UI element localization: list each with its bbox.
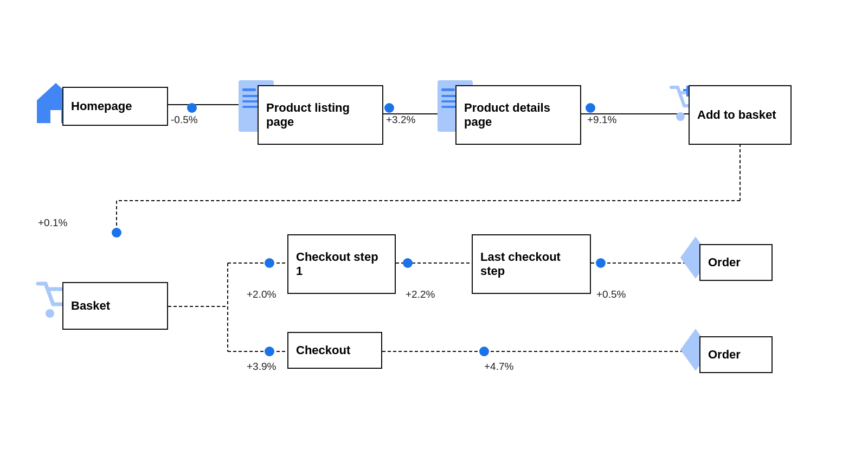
product-details-node: Product details page bbox=[455, 85, 581, 145]
pct-label-7: +0.5% bbox=[596, 289, 626, 300]
homepage-node: Homepage bbox=[62, 87, 168, 126]
order2-label: Order bbox=[708, 348, 741, 362]
product-listing-label: Product listing page bbox=[266, 101, 375, 130]
svg-rect-20 bbox=[242, 106, 259, 108]
checkout-step1-node: Checkout step 1 bbox=[287, 234, 396, 294]
product-details-label: Product details page bbox=[464, 101, 573, 130]
last-checkout-node: Last checkout step bbox=[472, 234, 591, 294]
dot-4 bbox=[112, 228, 121, 238]
dot-1 bbox=[187, 103, 197, 113]
svg-point-31 bbox=[46, 309, 54, 318]
flow-diagram: Homepage Product listing page Product de… bbox=[0, 0, 868, 474]
checkout-step1-label: Checkout step 1 bbox=[296, 250, 387, 279]
dot-8 bbox=[265, 347, 274, 356]
dot-9 bbox=[479, 347, 489, 356]
product-listing-node: Product listing page bbox=[258, 85, 383, 145]
dot-5 bbox=[265, 258, 274, 268]
homepage-label: Homepage bbox=[71, 99, 132, 113]
pct-label-8: +3.9% bbox=[247, 361, 276, 373]
order1-node: Order bbox=[699, 244, 773, 281]
pct-label-4: +0.1% bbox=[38, 217, 67, 229]
pct-label-1: -0.5% bbox=[171, 114, 198, 126]
order1-label: Order bbox=[708, 255, 741, 270]
basket-node: Basket bbox=[62, 282, 168, 330]
last-checkout-label: Last checkout step bbox=[480, 250, 582, 279]
dot-3 bbox=[586, 103, 595, 113]
dot-6 bbox=[403, 258, 413, 268]
pct-label-5: +2.0% bbox=[247, 289, 276, 300]
add-to-basket-node: Add to basket bbox=[689, 85, 792, 145]
checkout-label: Checkout bbox=[296, 343, 350, 357]
pct-label-2: +3.2% bbox=[386, 114, 415, 126]
dot-2 bbox=[384, 103, 394, 113]
svg-rect-17 bbox=[242, 88, 256, 91]
order2-node: Order bbox=[699, 336, 773, 373]
checkout-node: Checkout bbox=[287, 332, 382, 369]
svg-point-26 bbox=[676, 112, 685, 121]
pct-label-6: +2.2% bbox=[406, 289, 435, 300]
svg-rect-22 bbox=[441, 88, 455, 91]
pct-label-3: +9.1% bbox=[587, 114, 616, 126]
dot-7 bbox=[596, 258, 606, 268]
add-to-basket-label: Add to basket bbox=[697, 108, 776, 122]
connector-lines bbox=[0, 0, 868, 474]
pct-label-9: +4.7% bbox=[484, 361, 513, 373]
basket-label: Basket bbox=[71, 299, 110, 313]
